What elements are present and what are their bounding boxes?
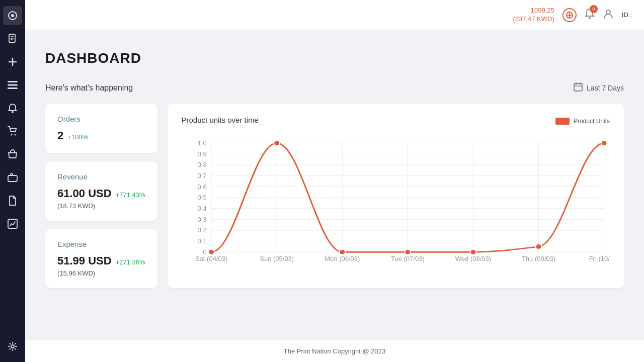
- legend-label: Product Units: [574, 118, 610, 125]
- svg-text:0.3: 0.3: [197, 216, 206, 223]
- svg-point-21: [606, 10, 610, 14]
- notifications-button[interactable]: 0: [585, 8, 595, 22]
- date-filter-label: Last 7 Days: [587, 84, 624, 92]
- svg-text:0.4: 0.4: [197, 205, 206, 212]
- svg-rect-8: [8, 81, 18, 82]
- page-title: DASHBOARD: [45, 50, 624, 66]
- svg-rect-9: [8, 84, 18, 86]
- svg-point-1: [11, 14, 14, 17]
- chart-point-5: [535, 244, 541, 249]
- sidebar-documents[interactable]: [3, 29, 22, 48]
- content-row: Orders 2 +100% Revenue 61.00 USD +771.43…: [45, 104, 624, 288]
- svg-text:0.9: 0.9: [197, 151, 206, 157]
- sidebar-shop[interactable]: [3, 145, 22, 164]
- svg-point-11: [12, 111, 14, 113]
- calendar-icon: [574, 82, 583, 94]
- sidebar: [0, 0, 25, 362]
- sidebar-notifications[interactable]: [3, 99, 22, 118]
- sidebar-dashboard[interactable]: [3, 6, 22, 25]
- svg-text:0.1: 0.1: [197, 238, 206, 244]
- chart-legend: Product Units: [555, 118, 610, 125]
- svg-point-12: [11, 134, 13, 136]
- svg-text:Thu (09/03): Thu (09/03): [521, 255, 555, 262]
- user-avatar-button[interactable]: [603, 8, 614, 22]
- svg-point-13: [15, 134, 16, 136]
- chart-title: Product units over time: [182, 116, 259, 124]
- svg-rect-10: [8, 87, 18, 89]
- revenue-kwd: (18.73 KWD): [57, 202, 145, 210]
- legend-swatch: [555, 118, 570, 125]
- revenue-value: 61.00 USD +771.43%: [57, 187, 145, 200]
- svg-text:Mon (06/03): Mon (06/03): [325, 255, 360, 262]
- date-filter-button[interactable]: Last 7 Days: [574, 82, 624, 94]
- topbar: 1099.25 (337.47 KWD) 0 ID :: [25, 0, 644, 30]
- sidebar-file[interactable]: [3, 191, 22, 210]
- notif-badge: 0: [590, 5, 598, 13]
- svg-text:0.7: 0.7: [197, 172, 206, 179]
- balance-display: 1099.25 (337.47 KWD): [513, 7, 554, 24]
- orders-value: 2 +100%: [57, 129, 145, 142]
- sidebar-briefcase[interactable]: [3, 168, 22, 187]
- revenue-title: Revenue: [57, 172, 145, 181]
- balance-primary: 1099.25: [513, 7, 554, 15]
- expense-value: 51.99 USD +271.36%: [57, 254, 145, 267]
- section-subtitle: Here's what's happening: [45, 83, 133, 93]
- orders-change: +100%: [67, 133, 88, 141]
- add-balance-button[interactable]: [562, 8, 577, 22]
- expense-change: +271.36%: [116, 258, 145, 266]
- section-header: Here's what's happening Last 7 Days: [45, 82, 624, 94]
- chart-point-6: [601, 140, 607, 146]
- svg-text:Tue (07/03): Tue (07/03): [391, 255, 425, 262]
- sidebar-reports[interactable]: [3, 214, 22, 233]
- orders-title: Orders: [57, 115, 145, 123]
- svg-text:0.2: 0.2: [197, 227, 206, 234]
- footer-text: The Print Nation Copyright @ 2023: [284, 347, 386, 355]
- svg-text:0.8: 0.8: [197, 162, 206, 168]
- sidebar-menu[interactable]: [3, 75, 22, 95]
- svg-text:Fri (10/03): Fri (10/03): [589, 255, 610, 262]
- revenue-change: +771.43%: [116, 191, 145, 199]
- chart-point-4: [470, 249, 476, 255]
- chart-panel: Product units over time Product Units .g…: [168, 104, 624, 288]
- orders-card: Orders 2 +100%: [45, 104, 157, 153]
- chart-point-2: [339, 249, 345, 255]
- chart-point-1: [274, 140, 280, 146]
- main-content: DASHBOARD Here's what's happening Last 7…: [25, 30, 644, 340]
- expense-card: Expense 51.99 USD +271.36% (15.96 KWD): [45, 229, 157, 288]
- footer: The Print Nation Copyright @ 2023: [25, 340, 644, 362]
- expense-kwd: (15.96 KWD): [57, 269, 145, 277]
- svg-text:Wed (08/03): Wed (08/03): [455, 255, 491, 262]
- stats-cards: Orders 2 +100% Revenue 61.00 USD +771.43…: [45, 104, 157, 288]
- svg-rect-22: [574, 83, 582, 91]
- chart-svg: .grid-line { stroke: #e8e8e8; stroke-wid…: [182, 132, 610, 263]
- svg-text:1.0: 1.0: [197, 140, 206, 146]
- sidebar-add[interactable]: [3, 52, 22, 71]
- svg-rect-14: [8, 175, 17, 182]
- svg-point-20: [589, 17, 591, 19]
- sidebar-cart[interactable]: [3, 122, 22, 141]
- user-id-label: ID :: [622, 11, 632, 19]
- chart-point-3: [405, 249, 411, 255]
- svg-rect-15: [8, 219, 17, 228]
- svg-text:0: 0: [203, 249, 206, 255]
- svg-point-16: [11, 345, 14, 348]
- revenue-usd: 61.00 USD: [57, 187, 112, 200]
- svg-text:0.6: 0.6: [197, 184, 206, 190]
- chart-point-0: [208, 249, 214, 255]
- balance-secondary: (337.47 KWD): [513, 15, 554, 24]
- expense-usd: 51.99 USD: [57, 254, 112, 267]
- revenue-card: Revenue 61.00 USD +771.43% (18.73 KWD): [45, 161, 157, 221]
- svg-text:0.5: 0.5: [197, 195, 206, 201]
- svg-text:Sun (05/03): Sun (05/03): [260, 255, 294, 262]
- chart-area: .grid-line { stroke: #e8e8e8; stroke-wid…: [182, 132, 610, 263]
- expense-title: Expense: [57, 240, 145, 248]
- orders-count: 2: [57, 129, 63, 142]
- svg-text:Sat (04/03): Sat (04/03): [195, 255, 227, 262]
- sidebar-settings[interactable]: [3, 337, 22, 356]
